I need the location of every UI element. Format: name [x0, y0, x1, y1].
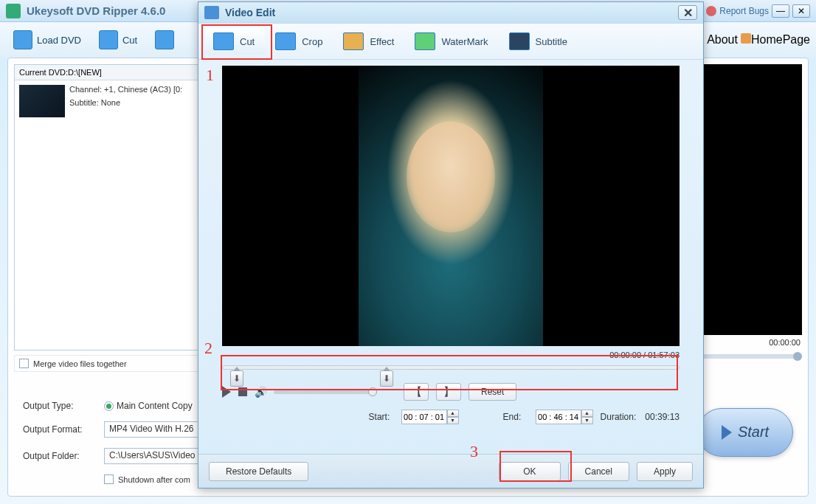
apply-button[interactable]: Apply: [637, 462, 693, 481]
list-item[interactable]: Channel: +1, Chinese (AC3) [0: Subtitle:…: [15, 80, 198, 122]
set-end-bracket-button[interactable]: 】: [436, 383, 461, 401]
dvd-item-list: Current DVD:D:\[NEW] Channel: +1, Chines…: [14, 64, 198, 351]
cut-tab-icon: [213, 32, 234, 50]
video-edit-dialog: Video Edit ✕ Cut Crop Effect WaterMark S…: [198, 1, 704, 489]
start-time-label: Start:: [369, 412, 394, 422]
report-bugs-link[interactable]: Report Bugs: [706, 6, 769, 16]
volume-knob[interactable]: [368, 387, 377, 396]
toolbar-extra-1[interactable]: [148, 27, 181, 52]
cut-button[interactable]: Cut: [91, 27, 145, 52]
about-link[interactable]: About: [707, 33, 738, 46]
end-time-input[interactable]: [536, 410, 581, 424]
start-up-arrow[interactable]: ▲: [447, 410, 459, 417]
playback-controls: 🔊 【 】 Reset: [222, 383, 680, 401]
dialog-footer: Restore Defaults OK Cancel Apply: [198, 454, 703, 488]
output-type-label: Output Type:: [23, 401, 104, 411]
trim-slider[interactable]: ⬇ ⬇: [222, 365, 680, 370]
shutdown-label: Shutdown after com: [118, 475, 190, 484]
tab-subtitle[interactable]: Subtitle: [499, 28, 578, 55]
annotation-label-1: 1: [206, 66, 214, 85]
play-icon: [722, 425, 732, 440]
channel-label: Channel:: [69, 85, 102, 94]
dialog-toolbar: Cut Crop Effect WaterMark Subtitle: [198, 23, 703, 60]
dialog-close-button[interactable]: ✕: [678, 5, 697, 20]
start-time-spinner[interactable]: ▲▼: [401, 410, 459, 424]
output-folder-label: Output Folder:: [23, 451, 104, 461]
bug-icon: [706, 6, 716, 16]
dialog-titlebar: Video Edit ✕: [198, 2, 703, 23]
volume-slider[interactable]: [274, 390, 377, 394]
watermark-tab-icon: [415, 32, 435, 50]
tab-watermark[interactable]: WaterMark: [404, 28, 498, 55]
tab-crop[interactable]: Crop: [265, 28, 333, 55]
end-down-arrow[interactable]: ▼: [581, 417, 593, 424]
subtitle-tab-icon: [509, 32, 530, 50]
tab-effect[interactable]: Effect: [333, 28, 404, 55]
minimize-button[interactable]: —: [772, 4, 789, 18]
end-time-spinner[interactable]: ▲▼: [536, 410, 593, 424]
trim-end-marker[interactable]: ⬇: [380, 370, 393, 387]
merge-label: Merge video files together: [33, 359, 127, 368]
time-inputs-row: Start: ▲▼ End: ▲▼ Duration: 00:39:13: [222, 410, 680, 424]
shutdown-checkbox[interactable]: [104, 474, 114, 484]
merge-checkbox-row[interactable]: Merge video files together: [14, 355, 198, 372]
subtitle-label: Subtitle:: [69, 98, 99, 107]
app-title: Ukeysoft DVD Ripper 4.6.0: [27, 4, 165, 17]
stop-button[interactable]: [238, 387, 247, 396]
dialog-title: Video Edit: [225, 7, 678, 18]
radio-icon: [104, 401, 114, 411]
play-button[interactable]: [222, 386, 231, 398]
home-icon: [741, 33, 751, 44]
dialog-video-preview: [222, 66, 680, 346]
trim-start-marker[interactable]: ⬇: [230, 370, 243, 387]
volume-icon[interactable]: 🔊: [255, 386, 266, 398]
subtitle-value: None: [101, 98, 120, 107]
video-frame: [359, 66, 543, 346]
report-bugs-label: Report Bugs: [719, 6, 769, 16]
current-dvd-header: Current DVD:D:\[NEW]: [15, 65, 198, 80]
channel-value: +1, Chinese (AC3) [0:: [104, 85, 182, 94]
merge-checkbox[interactable]: [19, 359, 29, 368]
app-logo-icon: [6, 4, 21, 18]
end-time-label: End:: [503, 412, 528, 422]
load-dvd-button[interactable]: Load DVD: [6, 27, 89, 52]
item-thumbnail: [19, 85, 65, 117]
time-display: 00:00:00 / 01:57:03: [222, 349, 680, 361]
ok-button[interactable]: OK: [499, 462, 560, 481]
dvd-icon: [13, 30, 32, 49]
end-up-arrow[interactable]: ▲: [581, 410, 593, 417]
set-start-bracket-button[interactable]: 【: [404, 383, 429, 401]
cancel-button[interactable]: Cancel: [568, 462, 629, 481]
output-format-label: Output Format:: [23, 424, 104, 435]
effect-tab-icon: [343, 32, 364, 50]
start-button[interactable]: Start: [697, 408, 793, 457]
seek-knob[interactable]: [793, 352, 802, 361]
tab-cut[interactable]: Cut: [203, 28, 265, 55]
restore-defaults-button[interactable]: Restore Defaults: [209, 462, 308, 481]
homepage-link[interactable]: HomePage: [741, 33, 810, 46]
picture-icon: [155, 30, 174, 49]
annotation-label-2: 2: [204, 339, 212, 358]
reset-button[interactable]: Reset: [468, 383, 516, 401]
crop-tab-icon: [275, 32, 296, 50]
duration-label: Duration:: [601, 412, 637, 422]
dialog-icon: [204, 6, 219, 19]
duration-value: 00:39:13: [645, 412, 680, 422]
scissors-icon: [99, 30, 118, 49]
start-down-arrow[interactable]: ▼: [447, 417, 459, 424]
start-time-input[interactable]: [401, 410, 447, 424]
close-main-button[interactable]: ✕: [792, 4, 810, 18]
